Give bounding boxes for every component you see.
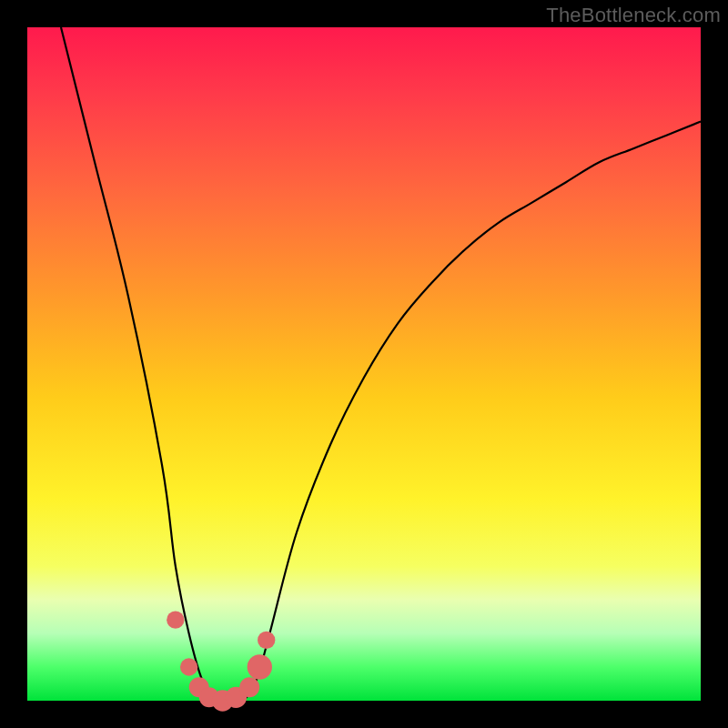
data-marker [167, 612, 184, 629]
chart-frame: TheBottleneck.com [0, 0, 728, 728]
plot-area [27, 27, 701, 701]
chart-svg [27, 27, 701, 701]
data-marker [258, 632, 275, 649]
data-marker [180, 658, 197, 675]
bottleneck-curve [61, 27, 701, 703]
data-marker [248, 654, 272, 679]
data-markers [167, 612, 275, 712]
attribution-text: TheBottleneck.com [546, 4, 721, 27]
data-marker [239, 677, 259, 697]
